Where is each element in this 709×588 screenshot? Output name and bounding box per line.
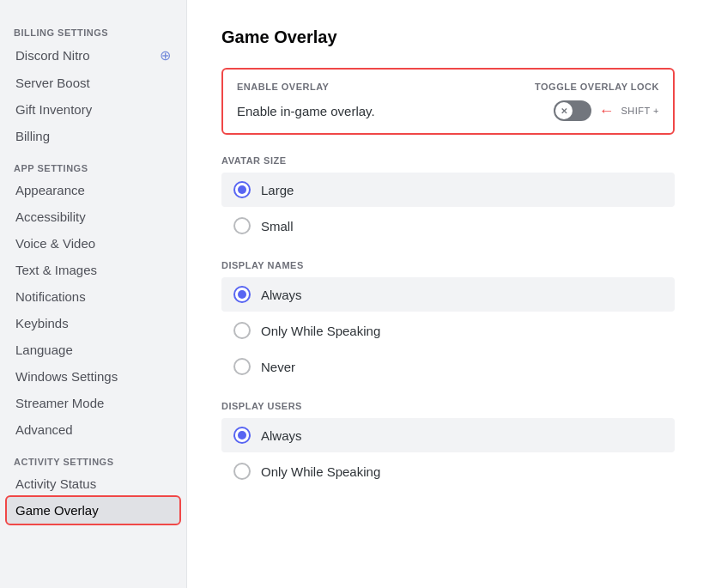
enable-overlay-box: ENABLE OVERLAY TOGGLE OVERLAY LOCK Enabl… <box>221 68 675 135</box>
display-names-always-option[interactable]: Always <box>221 277 675 312</box>
sidebar-item-advanced[interactable]: Advanced <box>7 416 179 443</box>
activity-section-label: ACTIVITY SETTINGS <box>7 450 179 470</box>
avatar-size-section-header: AVATAR SIZE <box>221 155 675 166</box>
sidebar-item-label: Game Overlay <box>15 503 99 518</box>
sidebar-item-gift-inventory[interactable]: Gift Inventory <box>7 96 179 123</box>
display-users-speaking-radio <box>233 463 251 480</box>
sidebar-item-text-images[interactable]: Text & Images <box>7 257 179 283</box>
display-users-speaking-label: Only While Speaking <box>261 464 380 479</box>
sidebar-item-label: Gift Inventory <box>15 102 92 117</box>
nitro-icon: ⊕ <box>160 47 171 64</box>
page-title: Game Overlay <box>221 27 675 47</box>
overlay-box-body: Enable in-game overlay. ✕ ← SHIFT + <box>237 100 659 121</box>
billing-section-label: BILLING SETTINGS <box>7 21 179 41</box>
sidebar-item-windows-settings[interactable]: Windows Settings <box>7 363 179 390</box>
sidebar-item-label: Voice & Video <box>15 236 95 251</box>
display-names-speaking-radio <box>233 322 251 339</box>
enable-overlay-label: ENABLE OVERLAY <box>237 82 329 92</box>
arrow-annotation: ← <box>598 102 614 120</box>
sidebar-item-label: Keybinds <box>15 316 69 330</box>
sidebar-item-notifications[interactable]: Notifications <box>7 283 179 310</box>
sidebar-item-language[interactable]: Language <box>7 336 179 363</box>
sidebar-item-activity-status[interactable]: Activity Status <box>7 470 179 497</box>
toggle-knob: ✕ <box>555 102 573 119</box>
sidebar-item-label: Language <box>15 342 73 357</box>
sidebar-item-billing[interactable]: Billing <box>7 123 179 149</box>
enable-overlay-description: Enable in-game overlay. <box>237 104 375 118</box>
display-users-always-option[interactable]: Always <box>221 418 675 452</box>
sidebar-item-appearance[interactable]: Appearance <box>7 177 179 203</box>
sidebar-item-voice-video[interactable]: Voice & Video <box>7 230 179 257</box>
display-names-never-radio <box>233 358 251 375</box>
app-section-label: APP SETTINGS <box>7 156 179 177</box>
sidebar-item-label: Notifications <box>15 289 86 304</box>
avatar-small-label: Small <box>261 219 294 233</box>
main-content: Game Overlay ENABLE OVERLAY TOGGLE OVERL… <box>187 0 709 588</box>
sidebar-item-accessibility[interactable]: Accessibility <box>7 203 179 230</box>
sidebar-item-label: Streamer Mode <box>15 396 104 410</box>
avatar-large-radio <box>233 181 251 198</box>
display-users-always-label: Always <box>261 428 302 443</box>
display-users-always-radio <box>233 427 251 444</box>
display-users-section-header: DISPLAY USERS <box>221 401 675 411</box>
toggle-overlay-lock-label: TOGGLE OVERLAY LOCK <box>535 82 659 92</box>
toggle-container: ✕ ← SHIFT + <box>554 100 659 121</box>
shift-label: SHIFT + <box>621 106 659 116</box>
sidebar-item-label: Discord Nitro <box>15 48 90 63</box>
sidebar-item-label: Advanced <box>15 422 73 437</box>
display-users-speaking-option[interactable]: Only While Speaking <box>221 454 675 488</box>
sidebar-item-keybinds[interactable]: Keybinds <box>7 310 179 336</box>
sidebar-item-label: Server Boost <box>15 76 90 90</box>
avatar-large-option[interactable]: Large <box>221 173 675 207</box>
sidebar-item-label: Billing <box>15 129 50 143</box>
sidebar-item-label: Windows Settings <box>15 369 118 384</box>
sidebar-item-game-overlay[interactable]: Game Overlay <box>7 497 179 524</box>
display-names-never-option[interactable]: Never <box>221 349 675 384</box>
sidebar-item-label: Text & Images <box>15 263 97 277</box>
avatar-small-radio <box>233 217 251 234</box>
display-names-always-radio <box>233 286 251 303</box>
sidebar-item-label: Activity Status <box>15 476 96 491</box>
sidebar-item-label: Accessibility <box>15 209 86 224</box>
overlay-box-header: ENABLE OVERLAY TOGGLE OVERLAY LOCK <box>237 82 659 92</box>
avatar-small-option[interactable]: Small <box>221 209 675 243</box>
sidebar-item-label: Appearance <box>15 183 85 197</box>
sidebar: BILLING SETTINGS Discord Nitro ⊕ Server … <box>0 0 187 588</box>
sidebar-item-discord-nitro[interactable]: Discord Nitro ⊕ <box>7 41 179 70</box>
toggle-x-icon: ✕ <box>561 106 567 116</box>
avatar-large-label: Large <box>261 183 294 197</box>
display-names-always-label: Always <box>261 288 302 302</box>
display-names-section-header: DISPLAY NAMES <box>221 260 675 270</box>
sidebar-item-server-boost[interactable]: Server Boost <box>7 70 179 96</box>
sidebar-item-streamer-mode[interactable]: Streamer Mode <box>7 390 179 416</box>
enable-overlay-toggle[interactable]: ✕ <box>554 100 591 121</box>
display-names-speaking-option[interactable]: Only While Speaking <box>221 313 675 348</box>
display-names-speaking-label: Only While Speaking <box>261 324 380 338</box>
display-names-never-label: Never <box>261 360 295 374</box>
